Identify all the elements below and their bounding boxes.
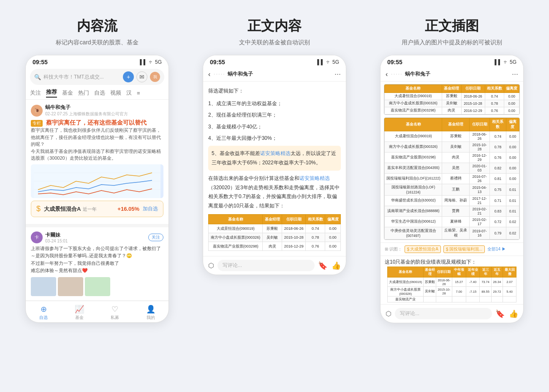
col1-subtitle: 标记内容card关联的股票、基金 xyxy=(56,39,138,46)
feed2-images xyxy=(31,277,163,296)
phone3-more-options[interactable]: ··· xyxy=(512,70,518,79)
search-action-buttons: + ✉ 我 xyxy=(123,71,160,82)
fund-tag-1[interactable]: $ 大成景恒混合A xyxy=(405,245,441,253)
t2-header-corr: 相关系数 xyxy=(490,118,506,131)
user-avatar[interactable]: 我 xyxy=(150,72,160,82)
tab-recommend[interactable]: 推荐 xyxy=(46,88,57,98)
tab-video[interactable]: 视频 xyxy=(110,89,121,97)
bottom-tab-mine-label: 我的 xyxy=(147,315,155,321)
tab-menu[interactable]: ≡ xyxy=(137,90,140,96)
fund-name-cell: 大成景恒混合(090019) xyxy=(209,224,263,233)
t3-header-y5: 近五年 xyxy=(491,267,503,278)
feed2-header: 卡 卡爾妹 03-24 15:01 关注 xyxy=(31,231,163,243)
t2-header-manager: 基金经理 xyxy=(442,118,470,131)
watchlist-icon: ⊕ xyxy=(41,305,47,314)
all-funds-link[interactable]: 全部14 ▶ xyxy=(487,246,506,252)
phone2-blog-name: 蜗牛和兔子 xyxy=(228,71,331,78)
col2-title: 正文内容 xyxy=(247,17,302,35)
fund-return: +16.05% xyxy=(117,206,139,212)
fund-date-cell: 2015-10-28 xyxy=(282,233,306,242)
fund-date-cell: 2016-12-29 xyxy=(282,242,306,251)
dollar-icon: $ xyxy=(36,204,41,213)
phone3-back-button[interactable]: ‹ xyxy=(386,71,388,78)
phone3-dot-separator: · · · · · xyxy=(391,72,402,76)
add-watchlist-button[interactable]: 加自选 xyxy=(143,205,158,212)
fund-link-2[interactable]: 诺安策略精选 xyxy=(299,175,330,181)
bottom-tab-fund[interactable]: 📈 基金 xyxy=(62,305,98,321)
feed1-username: 蜗牛和兔子 xyxy=(45,104,163,111)
phone3-bookmark-icon[interactable]: 🔖 xyxy=(495,309,505,318)
table-row: 嘉实物流产业股票(003298) 肉灵 2016-12-29 0.76 0.00 xyxy=(385,107,519,114)
table-row: 嘉实物流产业 xyxy=(388,297,516,302)
table-header-name: 基金名称 xyxy=(209,214,263,224)
main-container: 内容流 标记内容card关联的股票、基金 09:55 ▌▌ ᯤ 5G 🔍 科技大… xyxy=(0,0,549,336)
fund-dev-cell: 0.00 xyxy=(325,233,341,242)
article-intro: 筛选逻辑如下： xyxy=(208,87,341,96)
highlight-fund-card[interactable]: $ 大成景恒混合A 近一年 +16.05% 加自选 xyxy=(31,201,163,217)
bottom-tab-private[interactable]: ♡ 私募 xyxy=(97,305,133,321)
bottom-tab-mine[interactable]: 👤 我的 xyxy=(133,305,169,321)
more-options-button[interactable]: ··· xyxy=(334,70,341,79)
back-button[interactable]: ‹ xyxy=(208,71,210,78)
table-header-dev: 偏离度 xyxy=(325,214,341,224)
bottom-actions: 🔖 👍 xyxy=(318,261,341,270)
phone3-like-icon[interactable]: 👍 xyxy=(509,309,518,318)
phone3-bottom-actions: 🔖 👍 xyxy=(495,309,518,318)
tab-lang[interactable]: 汉 xyxy=(126,89,132,97)
phone2-article-body: 筛选逻辑如下： 1、成立满三年的主动权益基金； 2、现任基金经理任职满三年； 3… xyxy=(203,82,346,256)
phone2-bottom-bar: ⬡ 写评论... 🔖 👍 xyxy=(203,256,346,275)
bottom-tab-private-label: 私募 xyxy=(111,315,119,321)
recognition-tag-row: ⊞ 识图： $ 大成景恒混合A $ 国投瑞银瑞利混... 全部14 ▶ xyxy=(380,242,523,256)
mine-icon: 👤 xyxy=(146,305,155,314)
tab-watchlist[interactable]: 自选 xyxy=(94,89,105,97)
phone2-status-icons: ▌▌ ᯤ 5G xyxy=(317,59,339,65)
t1-header-corr: 相关系数 xyxy=(485,85,504,93)
col2-subtitle: 文中关联的基金被自动识别 xyxy=(239,39,310,46)
feed1-avatar: 🐌 xyxy=(31,105,43,117)
t1-header-date: 任职日期 xyxy=(461,85,485,93)
phone3-share-icon[interactable]: ⬡ xyxy=(386,310,391,318)
article-point5: 5、基金收益率不能差诺安策略精选太远，所以设定了近三年收益率大于65%；2022… xyxy=(212,149,337,167)
t2-header-name: 基金名称 xyxy=(385,118,442,131)
like-icon[interactable]: 👍 xyxy=(332,261,341,270)
bottom-tab-watchlist[interactable]: ⊕ 自选 xyxy=(26,305,62,321)
phone1-status-icons: ▌▌ ᯤ 5G xyxy=(140,59,162,65)
fund-tag-2[interactable]: $ 国投瑞银瑞利混... xyxy=(443,245,485,253)
col3-title: 正文插图 xyxy=(425,17,479,35)
phone1-time: 09:55 xyxy=(33,59,48,65)
table-row: 南方中小盘成长股票(000326) 吴剑敏 2015-10-28 0.78 0.… xyxy=(209,233,341,242)
tab-fund[interactable]: 基金 xyxy=(62,89,73,97)
phone1-search-bar[interactable]: 🔍 科技大牛市！TMT总成交... + ✉ 我 xyxy=(30,69,164,85)
article-description: 在筛选出来的基金中分别计算这些基金和诺安策略精选（320020）近3年的走势相关… xyxy=(208,174,341,210)
fund-link-1[interactable]: 诺安策略精选 xyxy=(260,150,291,156)
tab-hot[interactable]: 热门 xyxy=(78,89,89,97)
table-row: 国投瑞银瑞利混合(LOF)(161222) 蔡禮聘 2016-07-26 0.8… xyxy=(385,174,519,184)
column-article-image: 正文插图 用户插入的图片中提及的标的可被识别 09:55 ▌▌ ᯤ 5G ‹ ·… xyxy=(367,17,536,323)
table-row: 大成暑恒混合(090019) 苏秉毅 2018-06-26 0.74 0.00 xyxy=(385,93,519,100)
feed1-meta: 02-22 07:25 上海蝶蛛数据服务有限公司官方 xyxy=(45,111,163,117)
feed1-user-info: 蜗牛和兔子 02-22 07:25 上海蝶蛛数据服务有限公司官方 xyxy=(45,104,163,117)
table-row: 嘉实丰和灵活配置混合(004355) 吴悠 2020-01-03 0.82 0.… xyxy=(385,163,519,174)
phone3-comment-input[interactable]: 写评论... xyxy=(395,308,492,319)
feed2-img1 xyxy=(31,277,56,296)
t3-header-name: 基金名称 xyxy=(388,267,424,278)
fund-corr-cell: 0.78 xyxy=(306,233,325,242)
add-button[interactable]: + xyxy=(123,71,134,82)
tab-follow[interactable]: 关注 xyxy=(30,89,41,97)
table-header-date: 任职日期 xyxy=(282,214,306,224)
phone1: 09:55 ▌▌ ᯤ 5G 🔍 科技大牛市！TMT总成交... + ✉ 我 关注… xyxy=(25,55,169,323)
share-icon[interactable]: ⬡ xyxy=(208,261,214,270)
article-point1: 1、成立满三年的主动权益基金； xyxy=(208,99,341,109)
t3-header-y3: 近三年 xyxy=(480,267,491,278)
t2-header-date: 任职日期 xyxy=(470,118,490,131)
phone3-status-icons: ▌▌ ᯤ 5G xyxy=(495,59,516,65)
feed2-meta: 03-24 15:01 xyxy=(45,239,146,243)
comment-input[interactable]: 写评论... xyxy=(217,260,315,271)
mail-button[interactable]: ✉ xyxy=(136,71,147,82)
phone3-time: 09:55 xyxy=(387,59,402,65)
t3-header-drawdown: 最大回撤 xyxy=(503,267,516,278)
follow-button[interactable]: 关注 xyxy=(148,234,163,241)
bookmark-icon[interactable]: 🔖 xyxy=(318,261,327,270)
bottom-tab-fund-label: 基金 xyxy=(75,315,84,321)
table-row: 华南盛世成长混合(630002) 周海栋、孙蔚 2017-12-21 0.71 … xyxy=(385,196,519,206)
